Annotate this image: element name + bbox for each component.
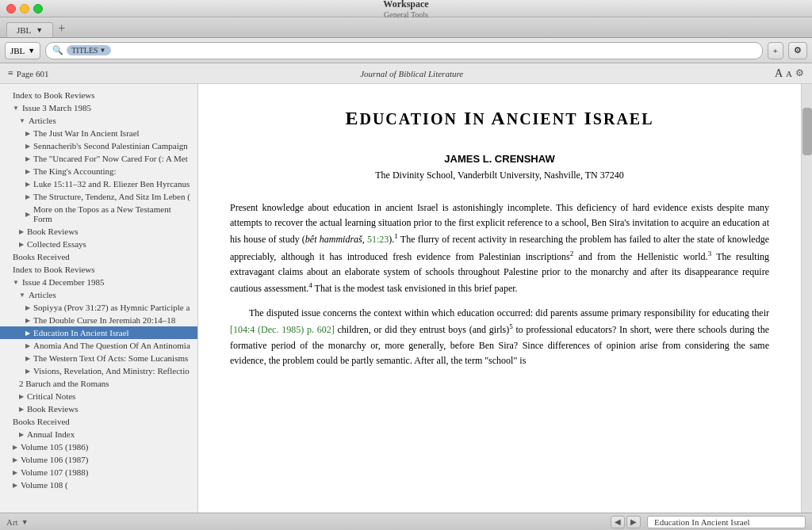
font-decrease-button[interactable]: A: [786, 69, 792, 78]
expand-icon: ▶: [19, 241, 24, 248]
expand-icon: ▶: [25, 155, 30, 162]
sidebar-item-label: Sennacherib's Second Palestinian Campaig…: [33, 141, 188, 151]
sidebar-item-more-topos[interactable]: ▶ More on the Topos as a New Testament F…: [0, 203, 197, 225]
article-area: EDUCATION IN ANCIENT ISRAEL JAMES L. CRE…: [198, 84, 801, 513]
sidebar-item-kings[interactable]: ▶ The King's Accounting:: [0, 165, 197, 177]
sidebar-item-critical-notes[interactable]: ▶ Critical Notes: [0, 390, 197, 402]
sidebar-item-baruch[interactable]: 2 Baruch and the Romans: [0, 377, 197, 390]
sidebar-item-visions[interactable]: ▶ Visions, Revelation, And Ministry: Ref…: [0, 364, 197, 377]
font-increase-button[interactable]: A: [775, 67, 783, 80]
scrollbar[interactable]: [801, 84, 812, 513]
expand-icon: ▶: [25, 130, 30, 137]
tab-chevron-icon: ▼: [36, 26, 43, 34]
sidebar-item-education[interactable]: ▶ Education In Ancient Israel: [0, 326, 197, 339]
sidebar-item-luke[interactable]: ▶ Luke 15:11–32 and R. Eliezer Ben Hyrca…: [0, 177, 197, 190]
window-controls: [6, 4, 43, 13]
add-button[interactable]: +: [768, 42, 783, 59]
sidebar-item-issue3[interactable]: ▼ Issue 3 March 1985: [0, 101, 197, 114]
jbl-selector-label: JBL: [10, 46, 25, 55]
sidebar-item-label: Articles: [29, 116, 56, 125]
expand-icon: ▶: [25, 368, 30, 375]
sidebar-item-label: Book Reviews: [27, 404, 78, 414]
sidebar-item-label: Volume 107 (1988): [21, 467, 88, 477]
sidebar-item-issue4[interactable]: ▼ Issue 4 December 1985: [0, 276, 197, 288]
nav-forward-button[interactable]: ▶: [626, 516, 641, 528]
article-body: Present knowledge about education in anc…: [230, 200, 769, 368]
citation-link-1[interactable]: 51:23: [367, 234, 389, 245]
sidebar-item-index-book-reviews2[interactable]: Index to Book Reviews: [0, 263, 197, 276]
expand-icon: ▶: [19, 431, 24, 438]
search-container: 🔍 TITLES ▼: [45, 42, 763, 59]
sidebar-item-label: The Structure, Tendenz, And Sitz Im Lebe…: [33, 192, 190, 201]
search-tag[interactable]: TITLES ▼: [67, 45, 110, 55]
sidebar-item-sopiyya[interactable]: ▶ Sopiyya (Prov 31:27) as Hymnic Partici…: [0, 301, 197, 314]
expand-icon: ▶: [25, 168, 30, 175]
sidebar-item-articles1[interactable]: ▼ Articles: [0, 114, 197, 127]
article-content: EDUCATION IN ANCIENT ISRAEL JAMES L. CRE…: [198, 84, 801, 513]
sidebar-item-sennacherib[interactable]: ▶ Sennacherib's Second Palestinian Campa…: [0, 139, 197, 152]
sidebar-item-label: The "Uncared For" Now Cared For (: A Met: [33, 154, 188, 163]
article-paragraph-1: Present knowledge about education in anc…: [230, 200, 769, 296]
settings-button[interactable]: ⚙: [788, 42, 807, 59]
sidebar-item-western-text[interactable]: ▶ The Western Text Of Acts: Some Lucanis…: [0, 352, 197, 364]
sidebar-item-anomia[interactable]: ▶ Anomia And The Question Of An Antinomi…: [0, 339, 197, 352]
content-header: ≡ Page 601 Journal of Biblical Literatur…: [0, 63, 812, 84]
sidebar-item-label: Luke 15:11–32 and R. Eliezer Ben Hyrcanu…: [33, 179, 190, 189]
sidebar-item-annual-index[interactable]: ▶ Annual Index: [0, 428, 197, 440]
sidebar-item-just-war[interactable]: ▶ The Just War In Ancient Israel: [0, 127, 197, 139]
page-ref-link[interactable]: [104:4 (Dec. 1985) p. 602]: [230, 324, 335, 335]
sidebar-item-label: Index to Book Reviews: [13, 90, 95, 100]
nav-back-button[interactable]: ◀: [611, 516, 625, 528]
expand-icon: ▶: [25, 143, 30, 150]
display-settings-icon[interactable]: ⚙: [795, 67, 804, 79]
expand-icon: ▶: [25, 211, 30, 218]
sidebar-item-vol108[interactable]: ▶ Volume 108 (: [0, 479, 197, 491]
art-label: Art: [6, 517, 18, 527]
sidebar-item-label: Volume 105 (1986): [21, 442, 88, 452]
gear-icon: ⚙: [794, 45, 802, 55]
sidebar-item-vol105[interactable]: ▶ Volume 105 (1986): [0, 440, 197, 453]
sidebar-item-label: 2 Baruch and the Romans: [19, 379, 109, 388]
sidebar-item-book-reviews1[interactable]: ▶ Book Reviews: [0, 225, 197, 238]
tab-jbl[interactable]: JBL ▼: [6, 22, 53, 37]
font-controls: A A ⚙: [775, 67, 804, 80]
title-bar: Workspace General Tools: [0, 0, 812, 17]
article-title: EDUCATION IN ANCIENT ISRAEL: [230, 108, 769, 129]
minimize-button[interactable]: [20, 4, 29, 13]
tab-bar: JBL ▼ +: [0, 17, 812, 38]
window-subtitle: General Tools: [384, 10, 428, 19]
expand-icon: ▶: [19, 406, 24, 413]
search-tag-arrow: ▼: [100, 47, 106, 54]
search-input[interactable]: [114, 46, 756, 55]
article-status-label: Education In Ancient Israel: [647, 516, 806, 528]
sidebar-item-books-received1[interactable]: Books Received: [0, 250, 197, 263]
close-button[interactable]: [6, 4, 16, 13]
article-affiliation: The Divinity School, Vanderbilt Universi…: [230, 170, 769, 181]
expand-icon: ▶: [25, 317, 30, 324]
sidebar-item-label: Issue 3 March 1985: [22, 103, 91, 112]
sidebar-item-vol107[interactable]: ▶ Volume 107 (1988): [0, 466, 197, 479]
expand-icon: ▶: [13, 482, 17, 489]
sidebar-item-double-curse[interactable]: ▶ The Double Curse In Jeremiah 20:14–18: [0, 314, 197, 326]
expand-icon: ▶: [19, 228, 24, 235]
search-tag-label: TITLES: [71, 46, 98, 55]
sidebar-item-structure[interactable]: ▶ The Structure, Tendenz, And Sitz Im Le…: [0, 190, 197, 203]
sidebar-item-books-received2[interactable]: Books Received: [0, 415, 197, 428]
new-tab-button[interactable]: +: [53, 21, 70, 36]
sidebar-item-label: The Double Curse In Jeremiah 20:14–18: [33, 315, 175, 325]
sidebar-item-uncared[interactable]: ▶ The "Uncared For" Now Cared For (: A M…: [0, 152, 197, 165]
app-window: Workspace General Tools JBL ▼ + JBL ▼ 🔍 …: [0, 0, 812, 530]
sidebar-item-vol106[interactable]: ▶ Volume 106 (1987): [0, 453, 197, 466]
sidebar-item-articles2[interactable]: ▼ Articles: [0, 288, 197, 301]
collapse-icon: ▼: [19, 292, 25, 299]
sidebar-item-label: Volume 108 (: [21, 480, 68, 490]
sidebar-item-book-reviews2[interactable]: ▶ Book Reviews: [0, 402, 197, 415]
jbl-selector[interactable]: JBL ▼: [5, 42, 40, 59]
toolbar: JBL ▼ 🔍 TITLES ▼ + ⚙: [0, 38, 812, 63]
sidebar-item-index-book-reviews-top[interactable]: Index to Book Reviews: [0, 89, 197, 101]
art-selector[interactable]: Art ▼: [6, 517, 29, 527]
tab-jbl-label: JBL: [17, 25, 31, 35]
maximize-button[interactable]: [33, 4, 43, 13]
sidebar-item-collected-essays[interactable]: ▶ Collected Essays: [0, 238, 197, 250]
sidebar-item-label: The King's Accounting:: [33, 166, 117, 176]
